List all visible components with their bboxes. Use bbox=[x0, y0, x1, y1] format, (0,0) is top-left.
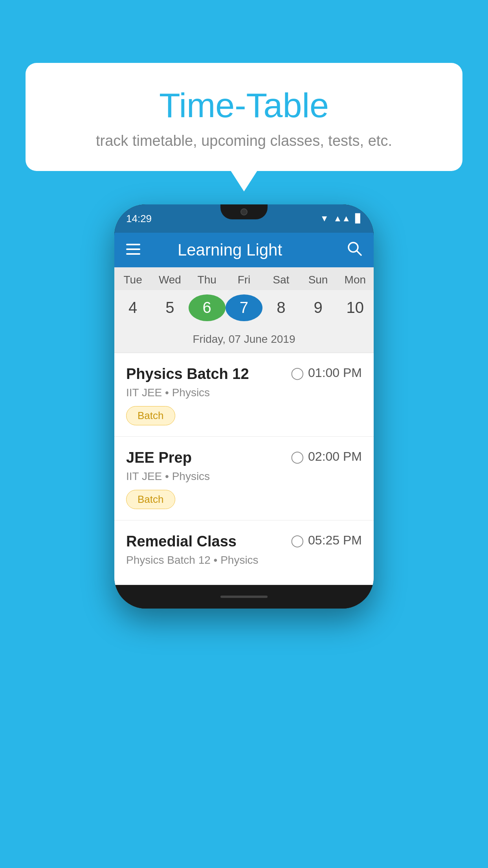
day-6[interactable]: 6 bbox=[189, 294, 226, 321]
speech-bubble-section: Time-Table track timetable, upcoming cla… bbox=[26, 63, 462, 171]
schedule-item-1-time: ◯ 01:00 PM bbox=[291, 366, 362, 380]
battery-icon: ▊ bbox=[355, 213, 362, 224]
speech-bubble: Time-Table track timetable, upcoming cla… bbox=[26, 63, 462, 171]
wifi-icon: ▼ bbox=[320, 213, 329, 224]
svg-rect-0 bbox=[126, 244, 140, 245]
clock-icon-1: ◯ bbox=[291, 366, 304, 380]
svg-rect-2 bbox=[126, 253, 140, 255]
schedule-item-1-title: Physics Batch 12 bbox=[126, 366, 249, 383]
day-8[interactable]: 8 bbox=[262, 294, 299, 321]
selected-date-label: Friday, 07 June 2019 bbox=[114, 328, 374, 353]
svg-rect-1 bbox=[126, 248, 140, 250]
day-10[interactable]: 10 bbox=[337, 294, 374, 321]
calendar-strip[interactable]: Tue Wed Thu Fri Sat Sun Mon 4 5 6 7 8 9 … bbox=[114, 267, 374, 353]
schedule-item-2-time: ◯ 02:00 PM bbox=[291, 449, 362, 464]
day-header-sat: Sat bbox=[262, 267, 299, 290]
signal-icon: ▲▲ bbox=[333, 213, 350, 224]
day-7[interactable]: 7 bbox=[226, 294, 262, 321]
schedule-item-3-title: Remedial Class bbox=[126, 533, 237, 550]
clock-icon-2: ◯ bbox=[291, 450, 304, 463]
app-title: Learning Light bbox=[152, 241, 308, 259]
schedule-list: Physics Batch 12 ◯ 01:00 PM IIT JEE • Ph… bbox=[114, 353, 374, 585]
camera bbox=[240, 208, 248, 215]
schedule-item-3-header: Remedial Class ◯ 05:25 PM bbox=[126, 533, 362, 550]
svg-line-4 bbox=[357, 251, 361, 255]
phone-frame: 14:29 ▼ ▲▲ ▊ L bbox=[114, 204, 374, 609]
phone-bottom bbox=[114, 585, 374, 609]
schedule-item-3-time: ◯ 05:25 PM bbox=[291, 533, 362, 548]
day-header-thu: Thu bbox=[189, 267, 226, 290]
schedule-item-1[interactable]: Physics Batch 12 ◯ 01:00 PM IIT JEE • Ph… bbox=[114, 353, 374, 437]
day-numbers: 4 5 6 7 8 9 10 bbox=[114, 290, 374, 328]
phone-container: 14:29 ▼ ▲▲ ▊ L bbox=[114, 204, 374, 609]
schedule-item-2-badge: Batch bbox=[126, 490, 175, 509]
app-bar: Learning Light bbox=[114, 233, 374, 267]
day-header-sun: Sun bbox=[299, 267, 336, 290]
schedule-item-2-subtitle: IIT JEE • Physics bbox=[126, 470, 362, 483]
schedule-item-2-header: JEE Prep ◯ 02:00 PM bbox=[126, 449, 362, 466]
hamburger-menu-icon[interactable] bbox=[126, 242, 140, 258]
home-indicator bbox=[220, 596, 268, 598]
bubble-subtitle: track timetable, upcoming classes, tests… bbox=[57, 132, 431, 149]
day-header-fri: Fri bbox=[226, 267, 262, 290]
day-header-wed: Wed bbox=[151, 267, 188, 290]
search-icon[interactable] bbox=[347, 241, 362, 259]
bubble-title: Time-Table bbox=[57, 86, 431, 125]
status-icons: ▼ ▲▲ ▊ bbox=[320, 213, 362, 224]
status-bar: 14:29 ▼ ▲▲ ▊ bbox=[114, 204, 374, 233]
day-header-tue: Tue bbox=[114, 267, 151, 290]
clock-icon-3: ◯ bbox=[291, 533, 304, 547]
day-9[interactable]: 9 bbox=[299, 294, 336, 321]
day-4[interactable]: 4 bbox=[114, 294, 151, 321]
schedule-item-3[interactable]: Remedial Class ◯ 05:25 PM Physics Batch … bbox=[114, 520, 374, 585]
schedule-item-2-title: JEE Prep bbox=[126, 449, 192, 466]
day-headers: Tue Wed Thu Fri Sat Sun Mon bbox=[114, 267, 374, 290]
day-5[interactable]: 5 bbox=[151, 294, 188, 321]
schedule-item-2[interactable]: JEE Prep ◯ 02:00 PM IIT JEE • Physics Ba… bbox=[114, 437, 374, 520]
day-header-mon: Mon bbox=[337, 267, 374, 290]
phone-notch bbox=[220, 204, 268, 219]
phone-screen: 14:29 ▼ ▲▲ ▊ L bbox=[114, 204, 374, 585]
schedule-item-1-header: Physics Batch 12 ◯ 01:00 PM bbox=[126, 366, 362, 383]
schedule-item-1-badge: Batch bbox=[126, 406, 175, 425]
schedule-item-3-subtitle: Physics Batch 12 • Physics bbox=[126, 554, 362, 566]
schedule-item-1-subtitle: IIT JEE • Physics bbox=[126, 386, 362, 399]
status-time: 14:29 bbox=[126, 213, 152, 225]
